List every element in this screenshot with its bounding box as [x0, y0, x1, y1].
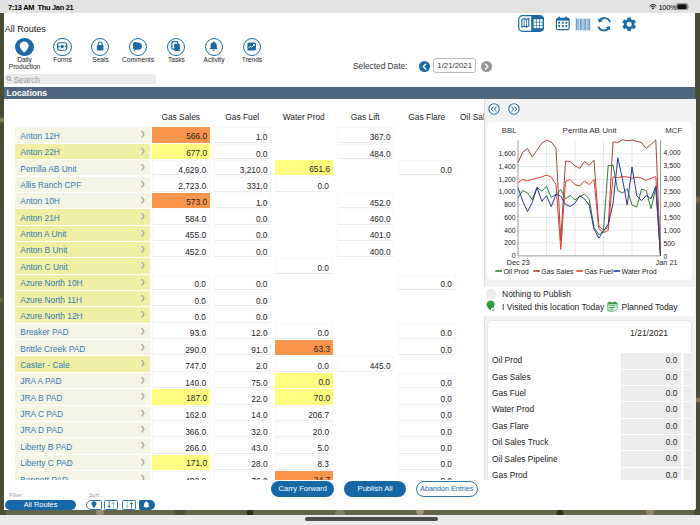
svg-text:1,600: 1,600	[498, 150, 515, 157]
svg-text:1,000: 1,000	[498, 188, 515, 195]
svg-text:1,400: 1,400	[498, 163, 515, 170]
svg-text:2,000: 2,000	[664, 201, 681, 208]
svg-text:2,500: 2,500	[664, 188, 681, 195]
svg-text:3,000: 3,000	[664, 175, 681, 182]
svg-text:600: 600	[504, 213, 516, 220]
svg-text:Water Prod: Water Prod	[622, 267, 657, 274]
svg-text:1,200: 1,200	[498, 175, 515, 182]
svg-text:Oil Prod: Oil Prod	[503, 267, 528, 274]
svg-text:800: 800	[504, 201, 516, 208]
svg-text:Jan 21: Jan 21	[656, 257, 678, 266]
svg-text:1,000: 1,000	[664, 226, 681, 233]
svg-text:3,500: 3,500	[664, 162, 681, 169]
svg-text:Dec 23: Dec 23	[507, 257, 530, 266]
svg-text:200: 200	[504, 239, 516, 246]
svg-text:4,000: 4,000	[664, 149, 681, 156]
svg-text:500: 500	[664, 239, 676, 246]
svg-text:400: 400	[504, 226, 516, 233]
svg-text:Gas Fuel: Gas Fuel	[584, 267, 613, 274]
svg-text:1,500: 1,500	[664, 213, 681, 220]
svg-text:Gas Sales: Gas Sales	[541, 267, 574, 274]
